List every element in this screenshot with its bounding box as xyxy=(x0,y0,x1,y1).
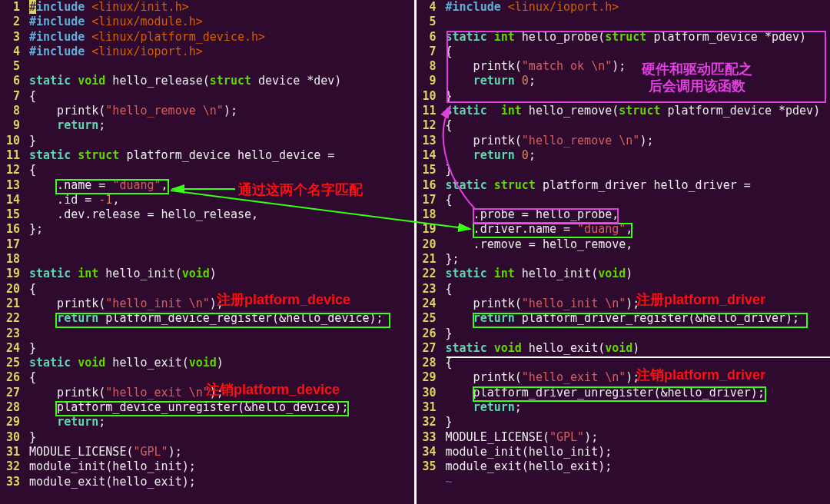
left-gutter: 1234567891011121314151617181920212223242… xyxy=(0,0,25,489)
right-code: #include <linux/ioport.h>static int hell… xyxy=(446,0,821,489)
left-pane: 1234567891011121314151617181920212223242… xyxy=(0,0,417,504)
right-pane: 4567891011121314151617181920212223242526… xyxy=(417,0,831,504)
right-gutter: 4567891011121314151617181920212223242526… xyxy=(417,0,441,489)
split-editor: 1234567891011121314151617181920212223242… xyxy=(0,0,830,504)
left-code: #include <linux/init.h>#include <linux/m… xyxy=(29,0,383,489)
